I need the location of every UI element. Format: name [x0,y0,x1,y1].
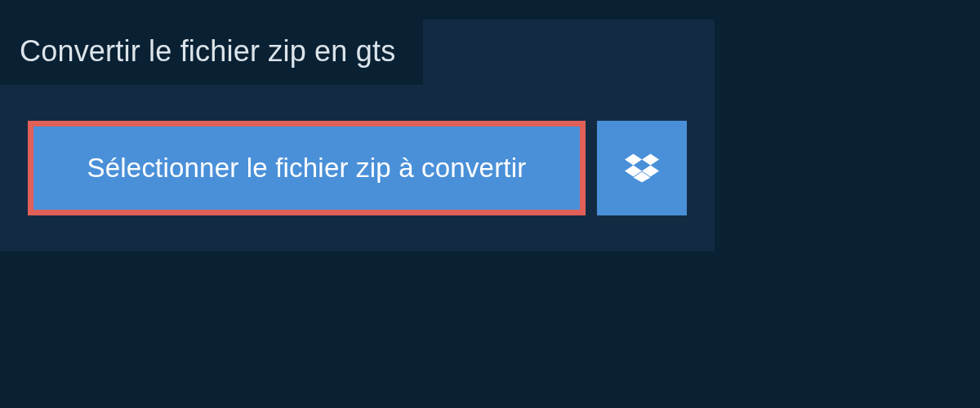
select-file-label: Sélectionner le fichier zip à convertir [87,153,527,184]
page-title: Convertir le fichier zip en gts [0,20,423,85]
upload-area: Sélectionner le fichier zip à convertir [0,85,715,251]
select-file-button[interactable]: Sélectionner le fichier zip à convertir [28,121,586,215]
dropbox-button[interactable] [597,121,687,215]
converter-panel: Convertir le fichier zip en gts Sélectio… [0,20,715,251]
dropbox-icon [625,151,659,185]
